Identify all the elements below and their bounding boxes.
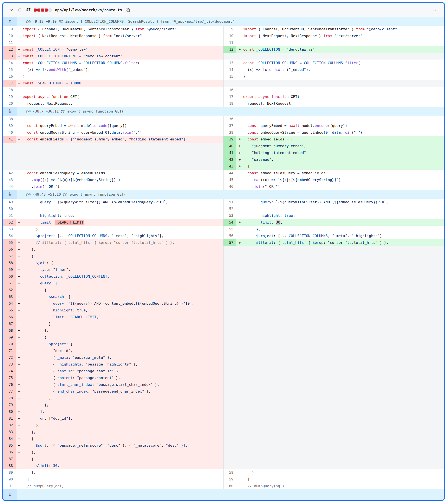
line-number[interactable]: 41: [3, 136, 16, 143]
line-number[interactable]: 15: [224, 73, 236, 80]
expand-down-button[interactable]: [3, 489, 17, 500]
line-number[interactable]: 55: [3, 239, 16, 246]
line-number[interactable]: 42: [224, 156, 236, 163]
collapse-file-button[interactable]: [9, 7, 14, 13]
line-number[interactable]: 14: [224, 66, 236, 73]
line-number[interactable]: 15: [3, 66, 16, 73]
line-number[interactable]: 16: [3, 73, 16, 80]
line-number[interactable]: 53: [3, 226, 16, 233]
line-number[interactable]: 85: [3, 442, 16, 449]
line-number[interactable]: 39: [224, 136, 236, 143]
line-number[interactable]: 86: [3, 449, 16, 456]
line-number[interactable]: 76: [3, 381, 16, 388]
line-number[interactable]: 63: [3, 293, 16, 300]
line-number[interactable]: 77: [3, 388, 16, 395]
line-number[interactable]: 13: [3, 53, 16, 59]
line-number[interactable]: 52: [3, 219, 16, 226]
line-number[interactable]: 38: [224, 129, 236, 136]
line-number[interactable]: 16: [224, 87, 236, 93]
line-number[interactable]: 55: [224, 226, 236, 233]
line-number[interactable]: 43: [224, 163, 236, 170]
line-number[interactable]: 42: [3, 170, 16, 177]
line-number[interactable]: 52: [224, 205, 236, 212]
line-number[interactable]: 10: [3, 33, 16, 39]
line-number[interactable]: 44: [224, 170, 236, 177]
line-number[interactable]: 51: [224, 199, 236, 205]
line-number[interactable]: 54: [224, 219, 236, 226]
line-number[interactable]: 67: [3, 320, 16, 327]
line-number[interactable]: 81: [3, 415, 16, 422]
file-options-kebab-button[interactable]: [433, 7, 438, 13]
line-number[interactable]: 46: [224, 183, 236, 190]
line-number[interactable]: 59: [224, 476, 236, 483]
line-number[interactable]: 89: [3, 469, 16, 476]
line-number[interactable]: 78: [3, 395, 16, 401]
line-number[interactable]: 43: [3, 177, 16, 183]
expand-both-button[interactable]: [3, 107, 17, 116]
line-number[interactable]: 12: [224, 46, 236, 53]
line-number[interactable]: 11: [224, 39, 236, 46]
line-number[interactable]: 9: [224, 26, 236, 33]
line-number[interactable]: 41: [224, 149, 236, 156]
line-number[interactable]: 40: [224, 143, 236, 149]
move-handle-icon[interactable]: [17, 7, 23, 13]
line-number[interactable]: 72: [3, 354, 16, 361]
line-number[interactable]: 44: [3, 183, 16, 190]
line-number[interactable]: 53: [224, 212, 236, 219]
line-number[interactable]: 58: [3, 260, 16, 266]
line-number[interactable]: 75: [3, 375, 16, 381]
line-number[interactable]: 11: [3, 39, 16, 46]
line-number[interactable]: 13: [224, 59, 236, 66]
line-number[interactable]: 82: [3, 422, 16, 429]
line-number[interactable]: 56: [224, 233, 236, 239]
line-number[interactable]: 71: [3, 347, 16, 354]
line-number[interactable]: 17: [3, 80, 16, 87]
copy-path-button[interactable]: [125, 7, 131, 13]
line-number[interactable]: 57: [224, 239, 236, 246]
line-number[interactable]: 65: [3, 307, 16, 314]
line-number[interactable]: 64: [3, 300, 16, 307]
line-number[interactable]: 84: [3, 435, 16, 442]
line-number[interactable]: 51: [3, 212, 16, 219]
line-number[interactable]: 37: [224, 122, 236, 129]
line-number[interactable]: 79: [3, 401, 16, 408]
line-number[interactable]: 68: [3, 327, 16, 334]
line-number[interactable]: 17: [224, 93, 236, 100]
line-number[interactable]: 54: [3, 233, 16, 239]
line-number[interactable]: 40: [3, 129, 16, 136]
line-number[interactable]: 80: [3, 408, 16, 415]
line-number[interactable]: 18: [224, 100, 236, 107]
line-number[interactable]: 50: [3, 205, 16, 212]
line-number[interactable]: 69: [3, 334, 16, 341]
line-number[interactable]: 87: [3, 456, 16, 462]
line-number[interactable]: 57: [3, 253, 16, 260]
expand-up-button[interactable]: [3, 17, 17, 26]
line-number[interactable]: 70: [3, 341, 16, 347]
line-number[interactable]: 14: [3, 59, 16, 66]
line-number[interactable]: 9: [3, 26, 16, 33]
line-number[interactable]: 74: [3, 368, 16, 375]
line-number[interactable]: 60: [224, 483, 236, 489]
line-number[interactable]: 45: [224, 177, 236, 183]
line-number[interactable]: 91: [3, 483, 16, 489]
line-number[interactable]: 66: [3, 314, 16, 320]
line-number[interactable]: 90: [3, 476, 16, 483]
line-number[interactable]: 19: [3, 93, 16, 100]
line-number[interactable]: 73: [3, 361, 16, 368]
line-number[interactable]: 39: [3, 122, 16, 129]
line-number[interactable]: 59: [3, 266, 16, 273]
line-number[interactable]: 83: [3, 429, 16, 435]
line-number[interactable]: 61: [3, 280, 16, 287]
expand-both-button[interactable]: [3, 190, 17, 199]
line-number[interactable]: 38: [3, 116, 16, 122]
line-number[interactable]: 18: [3, 87, 16, 93]
line-number[interactable]: 49: [3, 199, 16, 205]
line-number[interactable]: 56: [3, 246, 16, 253]
line-number[interactable]: 62: [3, 287, 16, 293]
line-number[interactable]: 10: [224, 33, 236, 39]
line-number[interactable]: 12: [3, 46, 16, 53]
line-number[interactable]: 58: [224, 469, 236, 476]
line-number[interactable]: 88: [3, 462, 16, 469]
line-number[interactable]: 60: [3, 273, 16, 280]
line-number[interactable]: 20: [3, 100, 16, 107]
